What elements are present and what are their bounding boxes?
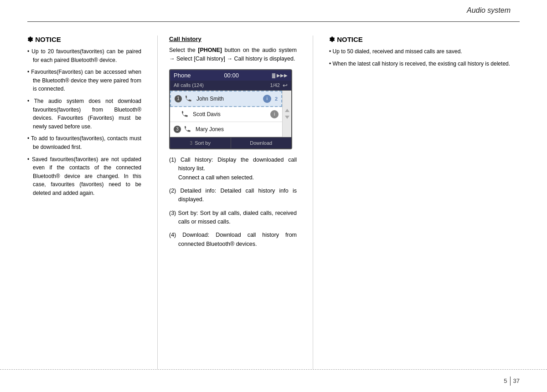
left-notice-list: Up to 20 favourites(favorites) can be pa… [27, 47, 141, 198]
contact-name-john: John Smith [196, 96, 260, 102]
left-notice-item-2: Favourites(Favorites) can be accessed wh… [27, 68, 141, 93]
phone-header-title: Phone [174, 72, 191, 79]
main-content: ✽ NOTICE Up to 20 favourites(favorites) … [27, 22, 520, 369]
contact-row-john[interactable]: 1 John Smith i 2 [170, 91, 282, 107]
contact-num-label-2: 2 [275, 96, 278, 102]
numbered-item-3: (3) Sort by: Sort by all calls, dialed c… [169, 209, 297, 227]
left-notice-asterisk: ✽ NOTICE [27, 36, 61, 44]
signal-icon: ▶▶▶ [277, 73, 288, 78]
numbered-item-2: (2) Detailed info: Detailed call history… [169, 187, 297, 204]
contact-number-1: 1 [175, 95, 182, 102]
scroll-down-icon[interactable] [285, 116, 289, 119]
contact-name-mary: Mary Jones [196, 126, 279, 132]
left-notice-heading: ✽ NOTICE [27, 36, 141, 44]
battery-icon: ▓ [272, 73, 275, 78]
page-title-header: Audio system [467, 6, 511, 15]
numbered-item-4: (4) Download: Download call history from… [169, 231, 297, 249]
right-notice-list: Up to 50 dialed, received and missed cal… [329, 47, 520, 68]
phone-icon-2 [181, 110, 190, 119]
phone-icon-1 [185, 94, 194, 103]
phone-contacts-and-scroll: 1 John Smith i 2 [170, 91, 291, 137]
left-notice-item-1: Up to 20 favourites(favorites) can be pa… [27, 47, 141, 64]
right-notice-item-2: When the latest call history is received… [329, 60, 520, 68]
info-btn-1[interactable]: i [263, 95, 271, 103]
phone-footer: 3 Sort by Download [170, 137, 291, 148]
sort-num-label: 3 [190, 141, 193, 146]
phone-scroll-col [282, 91, 291, 137]
middle-col: Call history Select the [PHONE] button o… [165, 22, 306, 369]
phone-subheader: All calls (124) 1/42 ↩ [170, 81, 291, 91]
left-notice-item-4: To add to favourites(favorites), contact… [27, 134, 141, 151]
right-notice-asterisk: ✽ NOTICE [329, 36, 363, 44]
page-number: 5 37 [504, 377, 520, 386]
contact-row-scott[interactable]: Scott Davis i [170, 107, 282, 122]
right-notice-heading: ✽ NOTICE [329, 36, 520, 44]
contact-number-3: 3 [174, 126, 181, 133]
phone-header-icons: ▓ ▶▶▶ [272, 73, 288, 78]
call-history-desc: Select the [PHONE] button on the audio s… [169, 46, 297, 64]
contact-row-mary[interactable]: 3 Mary Jones [170, 122, 282, 137]
phone-header: Phone 00:00 ▓ ▶▶▶ [170, 70, 291, 81]
sort-by-btn[interactable]: 3 Sort by [170, 137, 231, 148]
page-count: 1/42 ↩ [270, 82, 288, 89]
right-notice-item-1: Up to 50 dialed, received and missed cal… [329, 47, 520, 56]
numbered-item-1: (1) Call history: Display the downloaded… [169, 156, 297, 182]
top-bar: Audio system [0, 0, 547, 22]
bottom-bar: 5 37 [0, 369, 547, 392]
left-notice-col: ✽ NOTICE Up to 20 favourites(favorites) … [27, 22, 150, 369]
download-btn[interactable]: Download [231, 137, 292, 148]
contact-name-scott: Scott Davis [193, 111, 268, 117]
left-notice-item-3: The audio system does not download favou… [27, 97, 141, 131]
back-icon: ↩ [283, 82, 288, 89]
phone-contacts-main: 1 John Smith i 2 [170, 91, 282, 137]
numbered-items-list: (1) Call history: Display the downloaded… [169, 156, 297, 249]
all-calls-label: All calls (124) [174, 82, 204, 88]
right-divider [313, 36, 313, 369]
right-notice-col: ✽ NOTICE Up to 50 dialed, received and m… [320, 22, 520, 369]
phone-ui: Phone 00:00 ▓ ▶▶▶ All calls (124) 1/42 ↩ [169, 69, 292, 149]
call-history-title: Call history [169, 36, 297, 42]
scroll-up-icon[interactable] [285, 109, 289, 112]
phone-header-time: 00:00 [224, 72, 239, 79]
left-divider [157, 36, 158, 369]
info-btn-2[interactable]: i [270, 110, 279, 118]
phone-icon-3 [184, 125, 193, 134]
page-divider [510, 377, 511, 386]
left-notice-item-5: Saved favourites(favorites) are not upda… [27, 155, 141, 198]
